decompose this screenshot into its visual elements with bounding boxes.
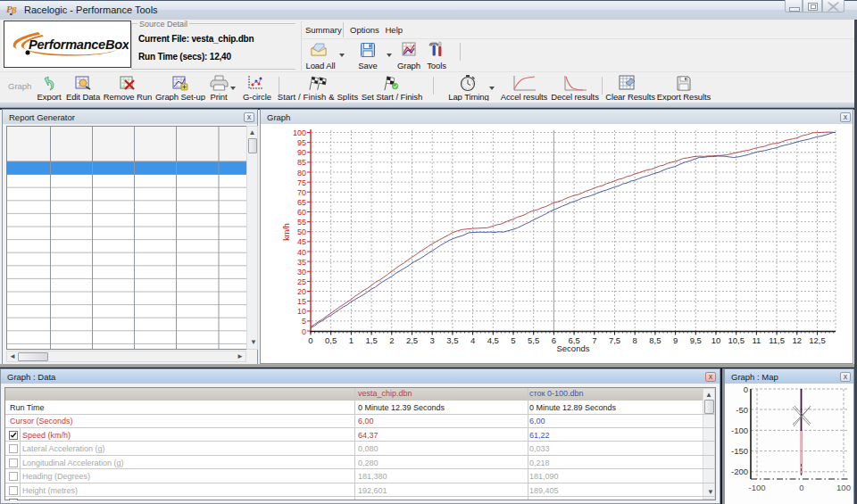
svg-text:90: 90: [297, 148, 306, 157]
svg-text:1,5: 1,5: [365, 335, 377, 345]
svg-text:100: 100: [293, 128, 306, 137]
svg-text:0: 0: [302, 327, 306, 336]
svg-text:2,5: 2,5: [406, 335, 418, 345]
svg-text:65: 65: [297, 198, 306, 207]
svg-text:70: 70: [297, 188, 306, 197]
svg-text:-100: -100: [748, 483, 765, 492]
svg-text:7: 7: [592, 335, 596, 345]
svg-text:60: 60: [297, 208, 306, 217]
svg-text:12: 12: [793, 335, 803, 345]
svg-text:1: 1: [349, 335, 354, 345]
svg-text:5: 5: [302, 317, 306, 326]
svg-text:85: 85: [297, 158, 306, 167]
svg-text:PerformanceBox: PerformanceBox: [29, 37, 129, 52]
svg-text:9: 9: [673, 335, 678, 345]
svg-text:10,5: 10,5: [728, 335, 745, 345]
svg-text:11: 11: [752, 335, 761, 345]
svg-text:80: 80: [297, 169, 306, 178]
svg-text:25: 25: [297, 277, 306, 286]
svg-text:0: 0: [799, 483, 803, 492]
svg-text:40: 40: [297, 248, 306, 257]
svg-text:-150: -150: [731, 446, 748, 456]
svg-text:4,5: 4,5: [487, 335, 499, 345]
svg-text:55: 55: [297, 218, 306, 227]
svg-text:5: 5: [511, 335, 515, 345]
svg-text:100: 100: [836, 483, 851, 492]
svg-text:0: 0: [744, 385, 748, 394]
svg-text:6: 6: [552, 335, 556, 345]
svg-text:-100: -100: [731, 426, 748, 435]
svg-text:10: 10: [297, 307, 306, 316]
svg-text:km/h: km/h: [282, 223, 291, 241]
svg-text:0: 0: [308, 335, 312, 345]
svg-text:Seconds: Seconds: [557, 343, 590, 353]
svg-text:β: β: [11, 4, 17, 15]
svg-text:4: 4: [470, 335, 475, 345]
svg-text:2: 2: [389, 335, 394, 345]
svg-text:30: 30: [297, 268, 306, 277]
svg-text:-200: -200: [731, 467, 748, 476]
svg-text:3: 3: [430, 335, 435, 345]
svg-text:8: 8: [633, 335, 637, 345]
svg-text:9,5: 9,5: [690, 335, 702, 345]
svg-text:7,5: 7,5: [609, 335, 620, 345]
svg-text:5,5: 5,5: [528, 335, 539, 345]
svg-text:75: 75: [297, 178, 306, 187]
svg-text:8,5: 8,5: [649, 335, 661, 345]
svg-text:0,5: 0,5: [325, 335, 337, 345]
svg-text:3,5: 3,5: [446, 335, 458, 345]
svg-text:20: 20: [297, 287, 306, 296]
svg-text:50: 50: [297, 227, 306, 236]
svg-text:12,5: 12,5: [809, 335, 826, 345]
svg-text:15: 15: [297, 297, 306, 306]
svg-text:35: 35: [297, 258, 306, 267]
svg-text:10: 10: [711, 335, 721, 345]
svg-text:11,5: 11,5: [769, 335, 785, 345]
svg-text:45: 45: [297, 237, 306, 246]
svg-text:95: 95: [297, 138, 306, 147]
svg-text:-50: -50: [736, 405, 748, 415]
